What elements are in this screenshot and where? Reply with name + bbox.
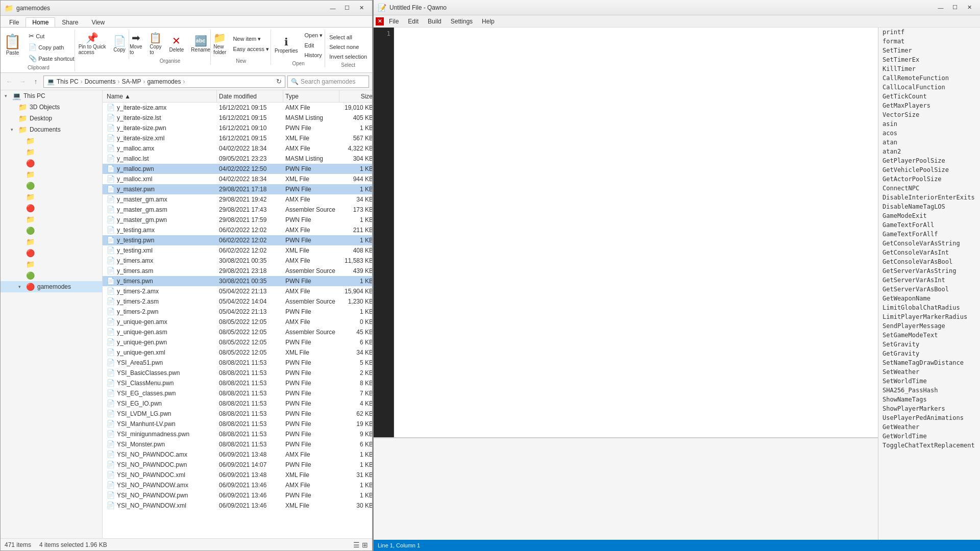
autocomplete-item[interactable]: acos [878,129,980,138]
tab-view[interactable]: View [85,17,111,27]
open-dropdown-button[interactable]: Open ▾ [302,31,325,40]
editor-red-x[interactable]: ✕ [376,17,384,26]
pin-to-quickaccess-button[interactable]: 📌 Pin to Quickaccess [76,31,109,57]
table-row[interactable]: 📄 y_master_gm.asm 29/08/2021 17:43 Assem… [103,205,372,215]
autocomplete-item[interactable]: VectorSize [878,110,980,119]
table-row[interactable]: 📄 y_iterate-size.amx 16/12/2021 09:15 AM… [103,103,372,113]
table-row[interactable]: 📄 y_iterate-size.lst 16/12/2021 09:15 MA… [103,113,372,123]
address-bar[interactable]: 💻 This PC › Documents › SA-MP › gamemode… [43,76,285,88]
table-row[interactable]: 📄 y_timers-2.asm 05/04/2022 14:04 Assemb… [103,296,372,307]
copy-button[interactable]: 📄 Copy [110,34,129,55]
explorer-close-button[interactable]: ✕ [355,3,368,13]
col-header-size[interactable]: Size [339,90,372,102]
tab-file[interactable]: File [3,17,26,27]
table-row[interactable]: 📄 YSI_Monster.pwn 08/08/2021 11:53 PWN F… [103,439,372,449]
new-folder-button[interactable]: 📁 Newfolder [210,31,229,57]
autocomplete-item[interactable]: GetWorldTime [878,432,980,441]
table-row[interactable]: 📄 y_timers-2.amx 05/04/2022 21:13 AMX Fi… [103,286,372,296]
paste-button[interactable]: 📋 Paste [0,31,25,64]
autocomplete-item[interactable]: ShowPlayerMarkers [878,404,980,413]
select-none-button[interactable]: Select none [327,42,370,52]
table-row[interactable]: 📄 y_malloc.pwn 04/02/2022 12:50 PWN File… [103,164,372,174]
autocomplete-item[interactable]: SendPlayerMessage [878,321,980,331]
paste-shortcut-button[interactable]: 📎 Paste shortcut [26,53,77,64]
sidebar-item-sub4[interactable]: 📁 [1,169,102,180]
autocomplete-item[interactable]: SHA256_PassHash [878,386,980,395]
autocomplete-item[interactable]: GetActorPoolSize [878,174,980,184]
table-row[interactable]: 📄 YSI_EG_IO.pwn 08/08/2021 11:53 PWN Fil… [103,398,372,409]
autocomplete-item[interactable]: asin [878,119,980,129]
autocomplete-item[interactable]: GetWeaponName [878,294,980,303]
table-row[interactable]: 📄 y_iterate-size.pwn 16/12/2021 09:10 PW… [103,123,372,133]
table-row[interactable]: 📄 YSI_LVDM_LG.pwn 08/08/2021 11:53 PWN F… [103,409,372,419]
autocomplete-item[interactable]: ConnectNPC [878,184,980,193]
autocomplete-item[interactable]: GetMaxPlayers [878,101,980,110]
cut-button[interactable]: ✂ Cut [26,31,77,41]
table-row[interactable]: 📄 YSI_NO_PAWNDOC.pwn 06/09/2021 14:07 PW… [103,460,372,470]
table-row[interactable]: 📄 y_timers-2.pwn 05/04/2022 21:13 PWN Fi… [103,307,372,317]
autocomplete-item[interactable]: GetGravity [878,349,980,358]
new-item-button[interactable]: New item ▾ [230,34,272,44]
autocomplete-item[interactable]: format [878,37,980,46]
tab-home[interactable]: Home [26,17,55,28]
explorer-maximize-button[interactable]: ☐ [340,3,354,13]
copy-to-button[interactable]: 📋 Copyto [146,31,165,57]
autocomplete-item[interactable]: SetGameModeText [878,331,980,340]
table-row[interactable]: 📄 YSI_NO_PAWNDOC.amx 06/09/2021 13:48 AM… [103,449,372,460]
autocomplete-item[interactable]: LimitGlobalChatRadius [878,303,980,312]
autocomplete-item[interactable]: ToggleChatTextReplacement [878,441,980,450]
sidebar-item-sub3[interactable]: 🔴 [1,158,102,169]
table-row[interactable]: 📄 y_malloc.xml 04/02/2022 18:34 XML File… [103,174,372,184]
table-row[interactable]: 📄 y_iterate-size.xml 16/12/2021 09:15 XM… [103,133,372,143]
autocomplete-item[interactable]: GetWeather [878,422,980,432]
table-row[interactable]: 📄 y_master_gm.pwn 29/08/2021 17:59 PWN F… [103,215,372,225]
autocomplete-item[interactable]: GameTextForAllf [878,230,980,239]
autocomplete-item[interactable]: CallRemoteFunction [878,73,980,83]
sidebar-item-sub10[interactable]: 📁 [1,236,102,247]
editor-minimize-button[interactable]: — [934,3,947,13]
autocomplete-item[interactable]: LimitPlayerMarkerRadius [878,312,980,321]
sidebar-item-sub5[interactable]: 🟢 [1,180,102,191]
menu-help[interactable]: Help [478,17,499,26]
table-row[interactable]: 📄 y_timers.pwn 30/08/2021 00:35 PWN File… [103,276,372,286]
edit-button[interactable]: Edit [302,41,325,50]
autocomplete-item[interactable]: GameTextForAll [878,220,980,230]
table-row[interactable]: 📄 y_testing.xml 06/02/2022 12:02 XML Fil… [103,245,372,256]
table-row[interactable]: 📄 YSI_EG_classes.pwn 08/08/2021 11:53 PW… [103,388,372,398]
autocomplete-item[interactable]: KillTimer [878,64,980,73]
autocomplete-item[interactable]: atan [878,138,980,147]
autocomplete-item[interactable]: GetTickCount [878,92,980,101]
menu-build[interactable]: Build [424,17,446,26]
sidebar-item-thispc[interactable]: ▾ 💻 This PC [1,90,102,102]
move-to-button[interactable]: ➡ Moveto [127,31,145,57]
autocomplete-item[interactable]: SetGravity [878,340,980,349]
menu-settings[interactable]: Settings [447,17,477,26]
autocomplete-item[interactable]: GameModeExit [878,211,980,220]
table-row[interactable]: 📄 YSI_ClassMenu.pwn 08/08/2021 11:53 PWN… [103,378,372,388]
table-row[interactable]: 📄 y_timers.asm 29/08/2021 23:18 Assemble… [103,266,372,276]
tab-share[interactable]: Share [55,17,85,27]
autocomplete-item[interactable]: SetTimer [878,46,980,55]
autocomplete-item[interactable]: GetServerVarAsBool [878,285,980,294]
autocomplete-item[interactable]: SetTimerEx [878,55,980,64]
sidebar-item-sub2[interactable]: 📁 [1,146,102,158]
status-details-view[interactable]: ☰ [353,541,360,549]
autocomplete-item[interactable]: SetNameTagDrawDistance [878,358,980,367]
address-refresh-button[interactable]: ↻ [276,78,282,85]
table-row[interactable]: 📄 YSI_NO_PAWNDOW.amx 06/09/2021 13:46 AM… [103,480,372,490]
history-button[interactable]: History [302,51,325,60]
table-row[interactable]: 📄 y_malloc.lst 09/05/2021 23:23 MASM Lis… [103,154,372,164]
autocomplete-item[interactable]: SetWorldTime [878,377,980,386]
invert-selection-button[interactable]: Invert selection [327,52,370,61]
sidebar-item-desktop[interactable]: 📁 Desktop [1,113,102,124]
autocomplete-item[interactable]: DisableNameTagLOS [878,202,980,211]
table-row[interactable]: 📄 y_unique-gen.xml 08/05/2022 12:05 XML … [103,347,372,358]
sidebar-item-sub9[interactable]: 🟢 [1,225,102,236]
autocomplete-item[interactable]: atan2 [878,147,980,156]
table-row[interactable]: 📄 YSI_NO_PAWNDOW.pwn 06/09/2021 13:46 PW… [103,490,372,500]
table-row[interactable]: 📄 y_master.pwn 29/08/2021 17:18 PWN File… [103,184,372,194]
editor-maximize-button[interactable]: ☐ [948,3,962,13]
autocomplete-item[interactable]: ShowNameTags [878,395,980,404]
menu-file[interactable]: File [385,17,403,26]
autocomplete-item[interactable]: GetConsoleVarAsString [878,239,980,248]
